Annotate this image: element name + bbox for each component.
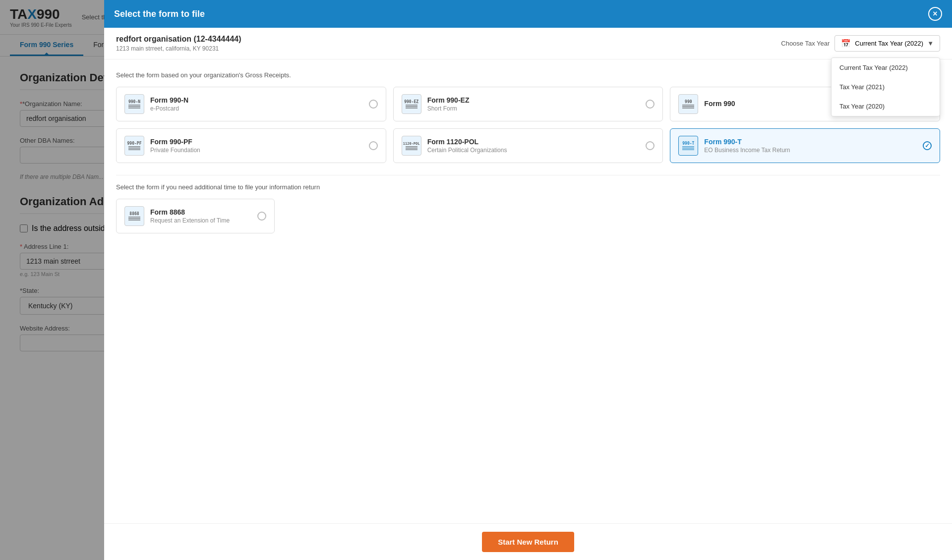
extension-section: Select the form if you need additional t… — [116, 183, 940, 233]
extension-subtitle: Select the form if you need additional t… — [116, 183, 940, 191]
form-990ez-radio[interactable] — [646, 100, 654, 109]
extension-cards-grid: 8868 Form 8868 Request an Extension of T… — [116, 199, 940, 233]
form-8868-radio[interactable] — [257, 212, 266, 221]
form-990n-name: Form 990-N — [150, 96, 363, 104]
modal-org-name: redfort organisation (12-4344444) — [116, 35, 241, 44]
tax-year-option-2020[interactable]: Tax Year (2020) — [832, 97, 940, 116]
modal-org-bar: redfort organisation (12-4344444) 1213 m… — [104, 28, 952, 59]
modal: Select the form to file × redfort organi… — [104, 0, 952, 560]
tax-year-option-2022[interactable]: Current Tax Year (2022) — [832, 58, 940, 77]
form-990t-icon: 990-T — [678, 136, 698, 156]
form-card-1120pol[interactable]: 1120-POL Form 1120-POL Certain Political… — [393, 128, 663, 163]
form-8868-icon: 8868 — [124, 206, 144, 226]
form-990pf-name: Form 990-PF — [150, 138, 363, 146]
gross-receipts-subtitle: Select the form based on your organizati… — [116, 71, 940, 79]
form-990t-name: Form 990-T — [704, 138, 917, 146]
chevron-down-icon: ▼ — [927, 40, 934, 47]
tax-year-label: Choose Tax Year — [781, 40, 830, 47]
modal-body: Select the form based on your organizati… — [104, 59, 952, 523]
form-990pf-icon: 990-PF — [124, 136, 144, 156]
form-1120pol-desc: Certain Political Organizations — [427, 147, 640, 154]
modal-footer: Start New Return — [104, 523, 952, 560]
form-990pf-desc: Private Foundation — [150, 147, 363, 154]
form-1120pol-radio[interactable] — [646, 141, 654, 150]
form-990-icon: 990 — [678, 94, 698, 114]
tax-year-current: Current Tax Year (2022) — [855, 40, 923, 47]
form-1120pol-icon: 1120-POL — [402, 136, 421, 156]
modal-close-button[interactable]: × — [928, 7, 942, 21]
calendar-icon: 📅 — [841, 39, 851, 48]
form-990pf-radio[interactable] — [369, 141, 378, 150]
form-card-990t[interactable]: 990-T Form 990-T EO Business Income Tax … — [670, 128, 940, 163]
tax-year-option-2021[interactable]: Tax Year (2021) — [832, 77, 940, 97]
form-990t-radio[interactable] — [923, 141, 932, 150]
form-990ez-desc: Short Form — [427, 105, 640, 112]
form-990n-radio[interactable] — [369, 100, 378, 109]
form-990n-desc: e-Postcard — [150, 105, 363, 112]
form-8868-name: Form 8868 — [150, 208, 251, 216]
form-cards-grid: 990-N Form 990-N e-Postcard 990-EZ — [116, 87, 940, 163]
form-990ez-icon: 990-EZ — [402, 94, 421, 114]
form-990n-icon: 990-N — [124, 94, 144, 114]
tax-year-menu: Current Tax Year (2022) Tax Year (2021) … — [831, 57, 940, 116]
form-card-990n[interactable]: 990-N Form 990-N e-Postcard — [116, 87, 386, 121]
tax-year-dropdown[interactable]: 📅 Current Tax Year (2022) ▼ — [834, 35, 940, 52]
form-1120pol-name: Form 1120-POL — [427, 138, 640, 146]
form-990t-desc: EO Business Income Tax Return — [704, 147, 917, 154]
start-new-return-button[interactable]: Start New Return — [482, 532, 574, 552]
tax-year-selector: Choose Tax Year 📅 Current Tax Year (2022… — [781, 35, 940, 52]
form-8868-desc: Request an Extension of Time — [150, 217, 251, 224]
modal-org-address: 1213 main strreet, california, KY 90231 — [116, 45, 241, 52]
form-990ez-name: Form 990-EZ — [427, 96, 640, 104]
form-card-8868[interactable]: 8868 Form 8868 Request an Extension of T… — [116, 199, 275, 233]
form-card-990ez[interactable]: 990-EZ Form 990-EZ Short Form — [393, 87, 663, 121]
modal-header: Select the form to file × — [104, 0, 952, 28]
form-card-990pf[interactable]: 990-PF Form 990-PF Private Foundation — [116, 128, 386, 163]
modal-title: Select the form to file — [114, 9, 205, 19]
